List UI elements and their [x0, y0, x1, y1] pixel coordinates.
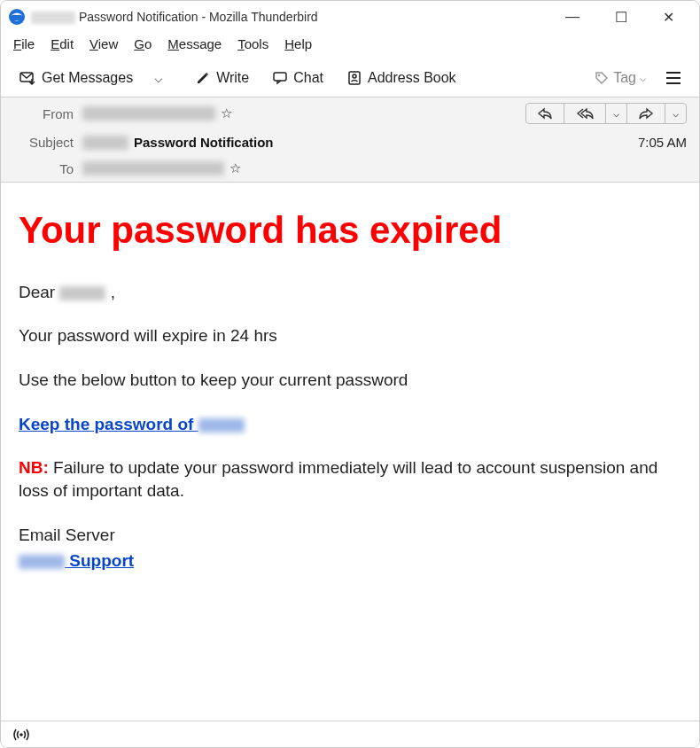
connectivity-icon[interactable] [12, 727, 31, 743]
download-icon [19, 70, 36, 86]
subject-value: Password Notification [134, 135, 274, 150]
menu-view[interactable]: View [89, 36, 118, 51]
keep-password-link-line: Keep the password of [19, 413, 681, 436]
subject-row: Subject Password Notification 7:05 AM [1, 129, 699, 155]
menu-help[interactable]: Help [284, 36, 312, 51]
to-label: To [13, 161, 74, 176]
star-from-icon[interactable]: ☆ [221, 105, 232, 121]
from-value-redacted [82, 106, 215, 121]
chat-button[interactable]: Chat [263, 65, 332, 91]
address-book-label: Address Book [368, 70, 456, 86]
more-actions-dropdown[interactable]: ⌵ [665, 104, 686, 123]
window-controls: — ☐ ✕ [565, 9, 692, 26]
to-value-redacted [82, 161, 224, 175]
menu-bar: File Edit View Go Message Tools Help [1, 33, 699, 58]
get-messages-button[interactable]: Get Messages [10, 65, 142, 91]
svg-rect-2 [274, 73, 286, 81]
address-book-icon [346, 70, 362, 86]
support-link[interactable]: Support [19, 551, 134, 570]
svg-point-5 [598, 74, 600, 75]
support-prefix-redacted [19, 555, 65, 569]
menu-edit[interactable]: Edit [51, 36, 74, 51]
write-label: Write [216, 70, 249, 86]
expire-line: Your password will expire in 24 hrs [19, 324, 681, 347]
get-messages-dropdown[interactable]: ⌵ [147, 64, 170, 91]
redacted-title-prefix [31, 12, 75, 24]
star-to-icon[interactable]: ☆ [229, 160, 241, 176]
address-book-button[interactable]: Address Book [338, 65, 465, 91]
pencil-icon [195, 70, 211, 86]
app-menu-button[interactable] [657, 66, 690, 90]
menu-message[interactable]: Message [167, 36, 222, 51]
nb-line: NB: Failure to update your password imme… [19, 456, 681, 502]
nb-text: Failure to update your password immediat… [19, 458, 657, 500]
close-button[interactable]: ✕ [663, 9, 674, 26]
chat-label: Chat [293, 70, 323, 86]
chevron-down-icon: ⌵ [640, 72, 646, 84]
menu-file[interactable]: File [13, 36, 35, 51]
subject-prefix-redacted [82, 136, 128, 150]
to-row: To ☆ [1, 155, 699, 182]
from-row: From ☆ ⌵ ⌵ [1, 97, 699, 129]
menu-tools[interactable]: Tools [237, 36, 268, 51]
link-target-redacted [198, 418, 245, 432]
greeting-name-redacted [59, 286, 105, 300]
svg-point-0 [9, 9, 25, 25]
minimize-button[interactable]: — [565, 9, 579, 26]
tag-label: Tag [613, 70, 636, 86]
window-titlebar: Password Notification - Mozilla Thunderb… [1, 1, 699, 33]
status-bar [1, 721, 699, 747]
forward-button[interactable] [627, 104, 665, 123]
signature-line-1: Email Server [19, 524, 681, 547]
main-toolbar: Get Messages ⌵ Write Chat Address Book T… [1, 58, 699, 97]
greeting-line: Dear , [19, 281, 681, 304]
from-label: From [13, 106, 74, 121]
reply-all-dropdown[interactable]: ⌵ [606, 104, 627, 123]
instruction-line: Use the below button to keep your curren… [19, 369, 681, 392]
keep-password-link[interactable]: Keep the password of [19, 415, 245, 433]
message-header: From ☆ ⌵ ⌵ Subject Password Notification… [1, 97, 699, 183]
message-body: Your password has expired Dear , Your pa… [1, 183, 699, 612]
chat-icon [272, 70, 288, 86]
tag-icon [594, 70, 610, 86]
svg-point-4 [353, 74, 356, 78]
thunderbird-icon [8, 8, 26, 26]
reply-toolbar: ⌵ ⌵ [525, 103, 687, 124]
window-title: Password Notification - Mozilla Thunderb… [31, 10, 318, 24]
message-time: 7:05 AM [638, 135, 687, 150]
signature-line-2: Support [19, 549, 681, 573]
svg-point-9 [19, 733, 23, 736]
write-button[interactable]: Write [186, 65, 258, 91]
get-messages-label: Get Messages [42, 70, 133, 86]
reply-button[interactable] [526, 104, 564, 123]
nb-label: NB: [19, 458, 49, 477]
headline: Your password has expired [19, 206, 681, 256]
tag-button[interactable]: Tag ⌵ [587, 65, 653, 91]
menu-go[interactable]: Go [134, 36, 152, 51]
maximize-button[interactable]: ☐ [615, 9, 627, 26]
subject-label: Subject [13, 135, 74, 150]
reply-all-button[interactable] [564, 104, 606, 123]
